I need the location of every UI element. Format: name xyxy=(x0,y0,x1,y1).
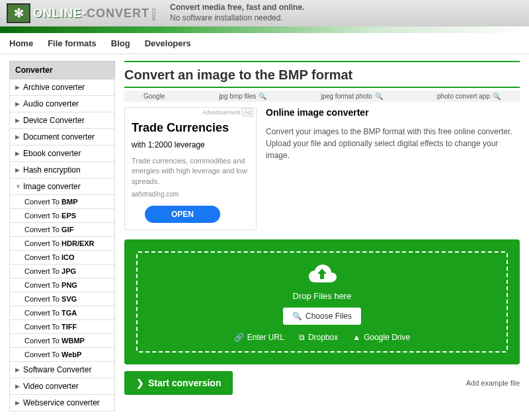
chevron-down-icon: ▼ xyxy=(15,183,20,190)
search-icon: 🔍 xyxy=(292,312,302,321)
chevron-right-icon: ▶ xyxy=(15,167,20,173)
chevron-right-icon: ▶ xyxy=(15,366,20,373)
logo-icon: ✻ xyxy=(7,3,30,23)
nav-blog[interactable]: Blog xyxy=(111,38,130,48)
description-text: Convert your images to the BMP format wi… xyxy=(266,126,520,161)
dropbox-icon: ⧉ xyxy=(299,333,305,342)
sidebar-item-ebook[interactable]: ▶Ebook converter xyxy=(9,146,115,162)
description: Online image converter Convert your imag… xyxy=(266,107,520,230)
dropbox-button[interactable]: ⧉Dropbox xyxy=(299,333,338,342)
sidebar-item-hash[interactable]: ▶Hash encryption xyxy=(9,162,115,179)
add-example-file-link[interactable]: Add example file xyxy=(466,379,520,387)
search-icon: 🔍 xyxy=(493,93,501,100)
sidebar-header: Converter xyxy=(9,61,115,79)
sidebar-sub-bmp[interactable]: Convert To BMP xyxy=(9,195,115,209)
chevron-right-icon: ▶ xyxy=(15,117,20,124)
chevron-right-icon: ▶ xyxy=(15,101,20,107)
advertisement: Advertisement Ad Trade Currencies with 1… xyxy=(124,107,257,230)
sidebar-sub-jpg[interactable]: Convert To JPG xyxy=(9,265,115,278)
main-content: Convert an image to the BMP format Googl… xyxy=(124,61,520,411)
logo-text[interactable]: ONLINE-CONVERT xyxy=(33,7,149,21)
sidebar-sub-tga[interactable]: Convert To TGA xyxy=(9,306,115,320)
sidebar-item-archive[interactable]: ▶Archive converter xyxy=(9,79,115,96)
header-accent xyxy=(0,26,529,33)
sidebar-item-software[interactable]: ▶Software Converter xyxy=(9,362,115,378)
sidebar-item-device[interactable]: ▶Device Converter xyxy=(9,112,115,129)
search-tab-3[interactable]: jpeg format photo🔍 xyxy=(321,93,383,100)
logo-com: .COM xyxy=(151,7,157,21)
sidebar-item-audio[interactable]: ▶Audio converter xyxy=(9,96,115,112)
main-nav: Home File formats Blog Developers xyxy=(0,33,529,54)
accent-line xyxy=(124,61,520,62)
drop-label: Drop Files here xyxy=(293,291,352,301)
page-title: Convert an image to the BMP format xyxy=(124,67,520,83)
header: ✻ ONLINE-CONVERT .COM Convert media free… xyxy=(0,0,529,26)
cloud-upload-icon xyxy=(306,262,338,286)
sidebar-sub-tiff[interactable]: Convert To TIFF xyxy=(9,320,115,334)
title-underline xyxy=(124,87,520,88)
search-tab-2[interactable]: jpg bmp files🔍 xyxy=(219,93,266,100)
chevron-right-icon: ▶ xyxy=(15,134,20,140)
nav-developers[interactable]: Developers xyxy=(145,38,191,48)
search-tab-4[interactable]: photo convert app🔍 xyxy=(437,93,501,100)
description-title: Online image converter xyxy=(266,107,520,118)
nav-home[interactable]: Home xyxy=(9,38,33,48)
sidebar-sub-png[interactable]: Convert To PNG xyxy=(9,278,115,292)
dropzone[interactable]: Drop Files here 🔍Choose Files 🔗Enter URL… xyxy=(124,239,520,364)
ad-domain: aafxtrading.com xyxy=(132,190,249,198)
search-icon: 🔍 xyxy=(259,93,266,100)
enter-url-button[interactable]: 🔗Enter URL xyxy=(234,333,284,342)
tagline: Convert media free, fast and online. No … xyxy=(170,3,304,23)
search-suggestions: Google jpg bmp files🔍 jpeg format photo🔍… xyxy=(124,91,520,102)
sidebar-item-image[interactable]: ▼Image converter xyxy=(9,179,115,195)
link-icon: 🔗 xyxy=(234,333,244,342)
search-tab-google[interactable]: Google xyxy=(143,93,165,100)
choose-files-button[interactable]: 🔍Choose Files xyxy=(283,308,361,325)
sidebar-sub-ico[interactable]: Convert To ICO xyxy=(9,251,115,265)
google-drive-button[interactable]: ▲Google Drive xyxy=(352,333,410,342)
chevron-right-icon: ▶ xyxy=(15,383,20,390)
chevron-right-icon: ▶ xyxy=(15,399,20,406)
sidebar-item-document[interactable]: ▶Document converter xyxy=(9,129,115,146)
ad-label: Advertisement Ad xyxy=(202,109,253,116)
sidebar-sub-webp[interactable]: Convert To WebP xyxy=(9,348,115,362)
ad-title: Trade Currencies xyxy=(132,121,249,135)
sidebar-item-webservice[interactable]: ▶Webservice converter xyxy=(9,395,115,411)
ad-description: Trade currencies, commodities and energi… xyxy=(132,156,249,187)
sidebar-sub-svg[interactable]: Convert To SVG xyxy=(9,292,115,306)
sidebar: Converter ▶Archive converter ▶Audio conv… xyxy=(9,61,115,411)
sidebar-item-video[interactable]: ▶Video converter xyxy=(9,378,115,395)
sidebar-sub-hdr[interactable]: Convert To HDR/EXR xyxy=(9,237,115,251)
chevron-right-icon: ▶ xyxy=(15,150,20,157)
chevron-right-icon: ❯ xyxy=(136,378,144,388)
sidebar-sub-wbmp[interactable]: Convert To WBMP xyxy=(9,334,115,348)
nav-file-formats[interactable]: File formats xyxy=(48,38,97,48)
ad-subtitle: with 1:2000 leverage xyxy=(132,140,249,149)
google-drive-icon: ▲ xyxy=(352,333,360,342)
chevron-right-icon: ▶ xyxy=(15,84,20,91)
search-icon: 🔍 xyxy=(375,93,383,100)
start-conversion-button[interactable]: ❯Start conversion xyxy=(124,371,233,395)
sidebar-sub-eps[interactable]: Convert To EPS xyxy=(9,209,115,223)
sidebar-sub-gif[interactable]: Convert To GIF xyxy=(9,223,115,237)
ad-open-button[interactable]: OPEN xyxy=(145,206,220,223)
